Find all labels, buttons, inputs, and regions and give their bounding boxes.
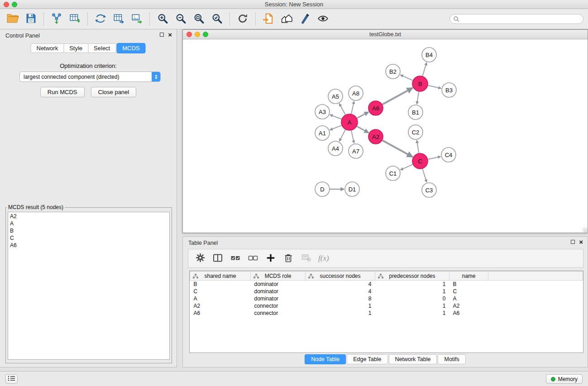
graph-node-circle[interactable] (422, 183, 436, 197)
mcds-result-item[interactable]: B (10, 227, 167, 234)
tab-select[interactable]: Select (88, 43, 116, 53)
run-mcds-button[interactable]: Run MCDS (40, 87, 85, 97)
table-row[interactable]: Bdominator41B (190, 281, 583, 288)
refresh-network-button[interactable] (234, 11, 251, 27)
mcds-result-list[interactable]: A2ABCA6 (8, 212, 170, 360)
graph-node-circle[interactable] (315, 126, 330, 140)
graph-node-circle-highlighted[interactable] (341, 114, 358, 130)
tab-motifs[interactable]: Motifs (438, 354, 465, 364)
graph-node[interactable]: A3 (315, 105, 330, 119)
close-panel-button[interactable]: Close panel (91, 87, 137, 97)
graph-node-circle[interactable] (386, 64, 400, 79)
task-history-button[interactable] (5, 374, 18, 384)
graph-node[interactable]: A4 (328, 141, 343, 156)
tab-network[interactable]: Network (30, 43, 64, 53)
import-network-button[interactable] (48, 11, 65, 27)
column-header-name[interactable]: name (449, 272, 488, 281)
graph-edge[interactable] (422, 169, 426, 182)
graph-node[interactable]: C1 (386, 166, 400, 181)
graph-node[interactable]: B (412, 76, 428, 91)
graph-node-circle[interactable] (442, 83, 456, 97)
graph-edge[interactable] (417, 92, 419, 104)
close-panel-icon[interactable]: × (168, 32, 172, 37)
close-window-button[interactable] (4, 2, 9, 7)
table-row[interactable]: A2connector11A2 (190, 302, 583, 310)
search-input[interactable] (449, 14, 583, 24)
apply-style-button[interactable] (296, 11, 313, 27)
graph-node[interactable]: A6 (368, 101, 383, 115)
tab-edge-table[interactable]: Edge Table (347, 354, 387, 364)
tab-node-table[interactable]: Node Table (305, 354, 346, 364)
column-header-shared-name[interactable]: shared name (190, 272, 251, 281)
graph-edge[interactable] (428, 157, 441, 159)
export-network-button[interactable] (92, 11, 109, 27)
graph-node[interactable]: B3 (442, 83, 456, 97)
graph-edge[interactable] (339, 104, 345, 115)
graph-node-circle[interactable] (349, 86, 363, 100)
show-columns-button[interactable] (210, 251, 226, 266)
export-image-button[interactable] (129, 11, 145, 27)
delete-column-button[interactable] (280, 251, 296, 266)
graph-node-circle[interactable] (345, 182, 359, 196)
mcds-result-item[interactable]: A6 (10, 242, 167, 249)
graph-node-circle-highlighted[interactable] (368, 101, 383, 115)
graph-edge[interactable] (330, 114, 342, 119)
graph-node[interactable]: A7 (349, 144, 363, 158)
graph-node-circle[interactable] (349, 144, 363, 158)
table-row[interactable]: A6connector11A6 (190, 310, 583, 317)
graph-node[interactable]: C (412, 153, 428, 169)
select-all-columns-button[interactable] (227, 251, 244, 266)
export-table-button[interactable] (110, 11, 127, 27)
network-canvas[interactable]: B4B2BB3A5A8A6A3B1AC2A1A2A4A7CC4C1C3DD1 (183, 40, 588, 233)
graph-edge[interactable] (382, 88, 413, 105)
column-header-mcds-role[interactable]: MCDS role (251, 272, 306, 281)
graph-node[interactable]: A1 (315, 126, 330, 140)
import-table-button[interactable] (67, 11, 83, 27)
open-session-button[interactable] (5, 11, 21, 27)
graph-node-circle[interactable] (408, 105, 423, 119)
graph-node-circle-highlighted[interactable] (412, 76, 428, 91)
graph-edge[interactable] (422, 62, 426, 76)
table-row[interactable]: Cdominator41C (190, 288, 583, 295)
show-graphics-details-button[interactable] (315, 11, 331, 27)
tab-style[interactable]: Style (63, 43, 88, 53)
graph-node[interactable]: B2 (386, 64, 400, 79)
graph-node-circle[interactable] (328, 89, 343, 104)
zoom-fit-button[interactable] (191, 11, 207, 27)
mcds-result-item[interactable]: C (10, 234, 167, 242)
network-close-button[interactable] (186, 32, 192, 37)
graph-edge[interactable] (357, 112, 368, 119)
graph-edge[interactable] (382, 140, 413, 157)
table-row[interactable]: Adominator80A (190, 295, 583, 302)
graph-node-circle[interactable] (422, 48, 436, 62)
zoom-out-button[interactable] (172, 11, 189, 27)
graph-edge[interactable] (400, 75, 412, 80)
tab-mcds[interactable]: MCDS (116, 43, 145, 53)
graph-edge[interactable] (330, 125, 342, 130)
network-zoom-button[interactable] (203, 32, 208, 37)
graph-node-circle[interactable] (328, 141, 343, 156)
graph-node[interactable]: A8 (349, 86, 363, 100)
graph-node[interactable]: B1 (408, 105, 423, 119)
home-button[interactable] (278, 11, 295, 27)
graph-node-circle-highlighted[interactable] (368, 129, 383, 144)
session-document-button[interactable] (260, 11, 277, 27)
graph-node[interactable]: C4 (441, 148, 456, 162)
graph-node[interactable]: A5 (328, 89, 343, 104)
create-column-button[interactable] (263, 251, 279, 266)
network-minimize-button[interactable] (195, 32, 200, 37)
graph-node[interactable]: D (315, 182, 330, 196)
zoom-in-button[interactable] (154, 11, 171, 27)
graph-node[interactable]: C2 (408, 125, 423, 139)
network-window-titlebar[interactable]: testGlobe.txt (183, 30, 588, 39)
graph-node-circle[interactable] (386, 166, 400, 181)
memory-button[interactable]: Memory (546, 374, 583, 384)
resize-grip[interactable] (583, 228, 587, 232)
graph-edge[interactable] (351, 101, 354, 114)
graph-edge[interactable] (400, 164, 412, 170)
close-panel-icon[interactable]: × (579, 239, 583, 244)
graph-edge[interactable] (428, 86, 441, 88)
graph-node-circle[interactable] (408, 125, 423, 139)
tab-network-table[interactable]: Network Table (389, 354, 437, 364)
deselect-all-columns-button[interactable] (245, 251, 261, 266)
